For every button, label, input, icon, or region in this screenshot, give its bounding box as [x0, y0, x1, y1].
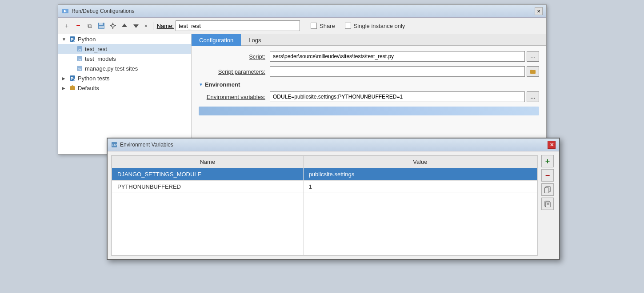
- toolbar-separator: [153, 22, 153, 30]
- name-header: Name: [112, 156, 304, 168]
- defaults-expand-icon: ▶: [62, 86, 69, 91]
- svg-rect-24: [530, 70, 536, 74]
- svg-marker-10: [122, 24, 127, 27]
- env-table-row[interactable]: PYTHONUNBUFFERED 1: [112, 181, 537, 193]
- titlebar-left: Run/Debug Configurations: [62, 8, 134, 15]
- value-header: Value: [303, 156, 537, 168]
- share-checkbox[interactable]: [311, 23, 317, 29]
- env-table-container: Name Value DJANGO_SETTINGS_MODULE public…: [111, 155, 538, 256]
- manage-py-icon: py: [76, 65, 83, 72]
- svg-text:Py: Py: [71, 76, 76, 81]
- main-dialog-titlebar: Run/Debug Configurations ✕: [58, 5, 546, 18]
- tree-python-tests-group[interactable]: ▶ Py Python tests: [58, 73, 191, 83]
- svg-text:py: py: [78, 67, 81, 71]
- copy-icon-2: [544, 200, 551, 207]
- env-copy-btn-1[interactable]: [541, 183, 554, 196]
- copy-icon-1: [544, 186, 551, 193]
- environment-section[interactable]: ▼ Environment: [199, 81, 539, 88]
- svg-point-5: [112, 24, 114, 27]
- config-name-input[interactable]: [176, 20, 300, 31]
- script-params-browse-btn[interactable]: [527, 66, 539, 77]
- svg-text:ENV: ENV: [112, 143, 117, 146]
- script-params-input[interactable]: [270, 66, 525, 77]
- remove-config-btn[interactable]: −: [73, 21, 83, 31]
- tree-manage-py[interactable]: py manage.py test sites: [58, 63, 191, 73]
- config-content: Script: … Script parameters: ▼: [192, 46, 546, 122]
- env-sidebar: + −: [541, 155, 556, 256]
- python-tests-label: Python tests: [78, 75, 110, 82]
- blurred-row: [199, 107, 539, 115]
- main-dialog-close-btn[interactable]: ✕: [535, 7, 543, 15]
- env-empty-row: [112, 193, 537, 255]
- svg-text:py: py: [78, 58, 81, 61]
- python-icon: Py: [69, 36, 76, 43]
- env-vars-label: Environment variables:: [199, 94, 270, 100]
- env-remove-btn[interactable]: −: [541, 169, 554, 182]
- settings-icon: [109, 22, 116, 29]
- python-tests-icon: Py: [69, 75, 76, 82]
- script-input[interactable]: [270, 51, 525, 62]
- svg-rect-31: [546, 202, 550, 207]
- env-titlebar-left: ENV Environment Variables: [111, 142, 173, 148]
- settings-btn[interactable]: [108, 21, 118, 31]
- script-params-label: Script parameters:: [199, 68, 270, 75]
- folder-icon: [530, 68, 536, 75]
- single-instance-checkbox[interactable]: [345, 23, 351, 29]
- save-config-btn[interactable]: [96, 21, 106, 31]
- tab-logs[interactable]: Logs: [241, 34, 268, 46]
- name-label: Name:: [157, 23, 174, 29]
- env-copy-btn-2[interactable]: [541, 198, 554, 210]
- add-config-btn[interactable]: +: [62, 21, 72, 31]
- script-label: Script:: [199, 53, 270, 60]
- config-panel: Configuration Logs Script: … Script para…: [192, 34, 546, 154]
- blurred-bar-1: [199, 107, 539, 115]
- toolbar-more-btn[interactable]: »: [143, 23, 149, 29]
- svg-rect-3: [99, 23, 103, 25]
- python-expand-icon: ▼: [62, 37, 69, 42]
- tab-configuration[interactable]: Configuration: [192, 34, 241, 46]
- env-vars-row: Environment variables: …: [199, 91, 539, 102]
- save-icon: [98, 22, 105, 29]
- env-row-value-1: publicsite.settings: [303, 168, 537, 181]
- tree-test-models[interactable]: py test_models: [58, 54, 191, 63]
- share-row: Share Single instance only: [311, 23, 405, 29]
- test-rest-label: test_rest: [85, 46, 107, 52]
- env-dialog-icon: ENV: [111, 142, 117, 148]
- env-dialog-close-btn[interactable]: ✕: [548, 141, 556, 149]
- script-browse-btn[interactable]: …: [527, 51, 539, 62]
- svg-text:Py: Py: [71, 37, 76, 42]
- toolbar: + − ⧉: [58, 18, 546, 34]
- tree-python-group[interactable]: ▼ Py Python: [58, 34, 191, 44]
- test-rest-icon: py: [76, 45, 83, 52]
- svg-marker-23: [70, 85, 75, 87]
- svg-rect-9: [115, 25, 116, 26]
- env-row-name-2: PYTHONUNBUFFERED: [112, 181, 304, 193]
- test-models-label: test_models: [85, 55, 116, 62]
- tabs-bar: Configuration Logs: [192, 34, 546, 46]
- defaults-icon: [69, 84, 76, 91]
- test-models-icon: py: [76, 55, 83, 62]
- svg-rect-7: [112, 28, 113, 29]
- move-down-btn[interactable]: [131, 21, 141, 31]
- svg-rect-8: [110, 25, 111, 26]
- env-dialog-content: Name Value DJANGO_SETTINGS_MODULE public…: [108, 151, 559, 259]
- script-params-row: Script parameters:: [199, 66, 539, 77]
- env-vars-input[interactable]: [270, 91, 525, 102]
- script-row: Script: …: [199, 51, 539, 62]
- env-add-btn[interactable]: +: [541, 155, 554, 167]
- svg-rect-22: [70, 87, 75, 90]
- manage-py-label: manage.py test sites: [85, 65, 138, 72]
- env-vars-browse-btn[interactable]: …: [527, 91, 539, 102]
- svg-rect-4: [99, 26, 104, 28]
- main-dialog-title: Run/Debug Configurations: [72, 8, 134, 14]
- env-row-value-2: 1: [303, 181, 537, 193]
- single-instance-label: Single instance only: [354, 23, 405, 29]
- tree-defaults[interactable]: ▶ Defaults: [58, 83, 191, 93]
- run-debug-icon: [62, 8, 69, 15]
- defaults-label: Defaults: [78, 85, 99, 91]
- move-up-btn[interactable]: [120, 21, 129, 31]
- tree-test-rest[interactable]: py test_rest: [58, 44, 191, 54]
- env-table-row[interactable]: DJANGO_SETTINGS_MODULE publicsite.settin…: [112, 168, 537, 181]
- main-dialog: Run/Debug Configurations ✕ + − ⧉: [58, 4, 547, 154]
- copy-config-btn[interactable]: ⧉: [85, 21, 95, 31]
